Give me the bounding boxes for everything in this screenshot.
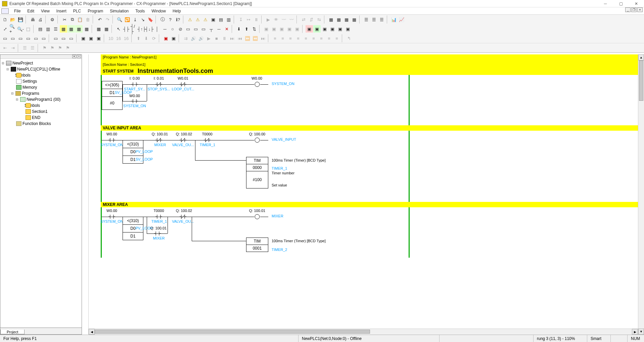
tree-settings[interactable]: Settings [22,79,37,84]
speaker-icon[interactable]: 🔊 [190,35,197,42]
func-icon[interactable]: ▭ [184,25,192,33]
xfer-b-icon[interactable]: ⬆ [243,25,250,33]
align9-icon[interactable]: ≡ [333,35,340,42]
help-icon[interactable]: ? [167,16,174,23]
rung-g-icon[interactable]: ▭ [52,35,59,42]
align10-icon[interactable]: ↰ [345,35,353,42]
grid3-icon[interactable]: ▦ [60,25,67,33]
contact-n-icon[interactable]: ┤↓├ [146,25,153,33]
rung-j-icon[interactable]: ▣ [80,35,87,42]
next-icon[interactable]: ⏭ [228,35,236,42]
chart-icon[interactable]: 📊 [390,16,398,23]
rung-i-icon[interactable]: ▭ [67,35,75,42]
monitor-icon[interactable]: 👁 [272,16,280,23]
align2-icon[interactable]: ≡ [279,35,286,42]
mem2-icon[interactable]: ▦ [335,16,342,23]
cursor-icon[interactable]: ↖ [115,25,122,33]
end-icon[interactable]: ⏭ [259,35,267,42]
maximize-button[interactable]: ▢ [613,0,629,7]
warning2-icon[interactable]: ⚠ [194,16,201,23]
find-next-icon[interactable]: ⤓ [131,16,139,23]
play-icon[interactable]: ▶ [205,35,213,42]
rung0-coil[interactable] [254,82,260,87]
grid8-icon[interactable]: ▦ [103,25,110,33]
sim4-icon[interactable]: ▣ [329,25,336,33]
scroll-up-icon[interactable]: ▲ [638,54,644,60]
pause-icon[interactable]: ⏸ [252,16,260,23]
mem1-icon[interactable]: ▦ [327,16,335,23]
scroll-down-icon[interactable]: ▼ [638,329,644,335]
vscroll-thumb[interactable] [639,60,643,101]
view1-icon[interactable]: ☰ [363,16,370,23]
rung2-contact2[interactable] [155,214,162,219]
xfer2-icon[interactable]: ⇵ [308,16,315,23]
view3-icon[interactable]: ☰ [378,16,385,23]
tree-section1[interactable]: Section1 [32,109,48,114]
sim-stop-icon[interactable]: ▣ [170,35,177,42]
sim6-icon[interactable]: ▣ [344,25,352,33]
xfer-c-icon[interactable]: ⇅ [250,25,258,33]
coil-icon[interactable]: ○ [169,25,176,33]
mdi-minimize[interactable]: _ [625,7,631,12]
contact-p-icon[interactable]: ┤↑├ [138,25,145,33]
chart2-icon[interactable]: 📈 [398,16,405,23]
comment2-icon[interactable]: ☰ [29,44,36,52]
rung2-compare-block[interactable]: <(310) D0PV_LOOP D1 [123,217,143,240]
sim1-icon[interactable]: ▣ [306,25,313,33]
xfer3-icon[interactable]: ⇆ [315,16,323,23]
align3-icon[interactable]: ≡ [287,35,294,42]
menu-simulation[interactable]: Simulation [106,7,132,15]
sim5-icon[interactable]: ▣ [336,25,344,33]
menu-help[interactable]: Help [169,7,184,15]
rung2-contact3[interactable] [180,214,186,219]
rung-l-icon[interactable]: ▣ [95,35,102,42]
rung1-timer-block[interactable]: TIM 0000 #100 [246,157,268,188]
horizontal-scrollbar[interactable]: ◀ ▶ [89,329,638,335]
zoom-fit-icon[interactable]: ⤢ [1,25,9,33]
flag3-icon[interactable]: ⚑ [56,44,64,52]
tree-root[interactable]: NewProject [12,61,33,66]
zoom-100-icon[interactable]: ⬚ [25,25,32,33]
bookmark-icon[interactable]: 🔖 [147,16,154,23]
print-icon[interactable]: 🖨 [37,16,44,23]
save-icon[interactable]: 💾 [17,16,24,23]
rung0-body[interactable]: 0 0 <>(305) D1SV_LOOP #0 I: 0.00 START_S… [101,75,638,125]
force1-icon[interactable]: ⇉ [182,35,189,42]
rung-e-icon[interactable]: ▭ [32,35,40,42]
scroll-right-icon[interactable]: ▶ [632,329,638,335]
warning3-icon[interactable]: ⚠ [202,16,209,23]
mon1-icon[interactable]: ▣ [263,25,270,33]
del-line-icon[interactable]: ✕ [223,25,230,33]
func2-icon[interactable]: ▭ [192,25,199,33]
rung1-contact3[interactable] [180,137,186,143]
align7-icon[interactable]: ≡ [318,35,325,42]
align8-icon[interactable]: ≡ [325,35,333,42]
ladder-diagram[interactable]: [Program Name : NewProgram1] [Section Na… [101,54,638,335]
align6-icon[interactable]: ≡ [310,35,317,42]
dbg6-icon[interactable]: ⟳ [150,35,157,42]
undo-icon[interactable]: ↶ [96,16,103,23]
rw-icon[interactable]: ⏪ [251,35,259,42]
tree-fb[interactable]: Function Blocks [22,121,51,126]
zoom-out-icon[interactable]: 🔍- [17,25,24,33]
align1-icon[interactable]: ≡ [271,35,279,42]
tree-end[interactable]: END [32,115,40,120]
trace2-icon[interactable]: 〰 [288,16,295,23]
menu-file[interactable]: File [11,7,24,15]
open-icon[interactable]: 📂 [9,16,16,23]
step-in-icon[interactable]: ↧ [237,16,244,23]
dbg5-icon[interactable]: ⬇ [142,35,150,42]
redo-icon[interactable]: ↷ [104,16,111,23]
rung0-contact3[interactable] [180,82,186,87]
func3-icon[interactable]: ▭ [200,25,207,33]
flag1-icon[interactable]: ⚑ [41,44,48,52]
replace-icon[interactable]: 🔁 [124,16,131,23]
rung2-body[interactable]: 2 16 W0.00 SYSTEM_ON <(310) D0PV_LOOP D1… [101,207,638,258]
list-icon[interactable]: ☰ [52,25,59,33]
run-icon[interactable]: ▶ [265,16,272,23]
menu-plc[interactable]: PLC [70,7,84,15]
mem3-icon[interactable]: ▦ [343,16,350,23]
warning-icon[interactable]: ⚠ [186,16,194,23]
info-icon[interactable]: ⓘ [159,16,166,23]
hscroll-thumb[interactable] [95,330,370,334]
